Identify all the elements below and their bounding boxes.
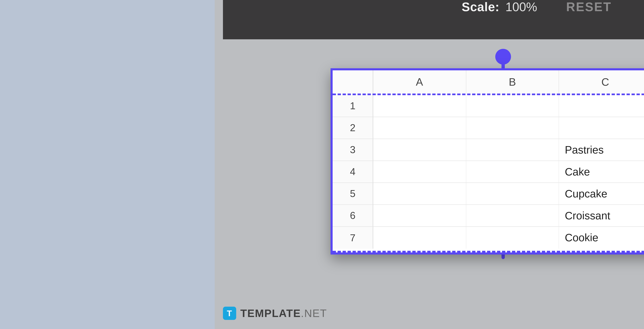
cell-C4[interactable]: Cake <box>559 161 644 182</box>
row-header[interactable]: 3 <box>332 139 373 160</box>
selection-border-bottom <box>332 251 644 252</box>
column-header-B[interactable]: B <box>466 70 559 94</box>
watermark: T TEMPLATE.NET <box>223 307 327 320</box>
cell-C3[interactable]: Pastries <box>559 139 644 160</box>
cell-C2[interactable] <box>559 117 644 139</box>
cell-B5[interactable] <box>466 183 559 204</box>
cell-C1[interactable] <box>559 95 644 117</box>
table-row: 6 Croissant 2 <box>332 205 644 227</box>
cell-C7[interactable]: Cookie <box>559 227 644 249</box>
watermark-light: .NET <box>301 307 327 319</box>
spreadsheet[interactable]: A B C D 1 2 3 <box>330 68 644 254</box>
scale-indicator: Scale: 100% <box>462 0 537 14</box>
row-header[interactable]: 7 <box>332 227 373 249</box>
column-split-handle[interactable] <box>495 49 512 70</box>
row-header[interactable]: 2 <box>332 117 373 139</box>
toolbar: Scale: 100% RESET <box>223 0 644 39</box>
cell-A2[interactable] <box>373 117 466 139</box>
reset-button[interactable]: RESET <box>566 0 612 14</box>
corner-cell[interactable] <box>332 70 373 94</box>
table-row: 5 Cupcake 2.5 <box>332 183 644 205</box>
table-row: 3 Pastries Price <box>332 139 644 161</box>
cell-B6[interactable] <box>466 205 559 226</box>
cell-A1[interactable] <box>373 95 466 117</box>
cell-B2[interactable] <box>466 117 559 139</box>
table-row: 4 Cake 1.3 <box>332 161 644 183</box>
cell-A7[interactable] <box>373 227 466 249</box>
cell-B1[interactable] <box>466 95 559 117</box>
cell-B7[interactable] <box>466 227 559 249</box>
cell-C5[interactable]: Cupcake <box>559 183 644 204</box>
cell-A6[interactable] <box>373 205 466 226</box>
page-root: Scale: 100% RESET A B C D 1 2 <box>215 0 644 329</box>
column-header-row: A B C D <box>332 70 644 95</box>
watermark-text: TEMPLATE.NET <box>240 307 327 320</box>
cell-B4[interactable] <box>466 161 559 182</box>
cell-C6[interactable]: Croissant <box>559 205 644 226</box>
row-header[interactable]: 1 <box>332 95 373 117</box>
watermark-badge-icon: T <box>223 307 236 320</box>
cell-B3[interactable] <box>466 139 559 160</box>
column-header-A[interactable]: A <box>373 70 466 94</box>
grid-body: 1 2 3 Pastries Price 4 <box>332 95 644 249</box>
scale-value: 100% <box>505 0 537 14</box>
watermark-bold: TEMPLATE <box>240 307 301 319</box>
table-row: 2 <box>332 117 644 139</box>
cell-A4[interactable] <box>373 161 466 182</box>
cell-A3[interactable] <box>373 139 466 160</box>
row-header[interactable]: 5 <box>332 183 373 204</box>
table-row: 7 Cookie 1.5 <box>332 227 644 249</box>
column-header-C[interactable]: C <box>559 70 644 94</box>
cell-A5[interactable] <box>373 183 466 204</box>
table-row: 1 <box>332 95 644 117</box>
scale-label: Scale: <box>462 0 500 14</box>
row-header[interactable]: 6 <box>332 205 373 226</box>
row-header[interactable]: 4 <box>332 161 373 182</box>
